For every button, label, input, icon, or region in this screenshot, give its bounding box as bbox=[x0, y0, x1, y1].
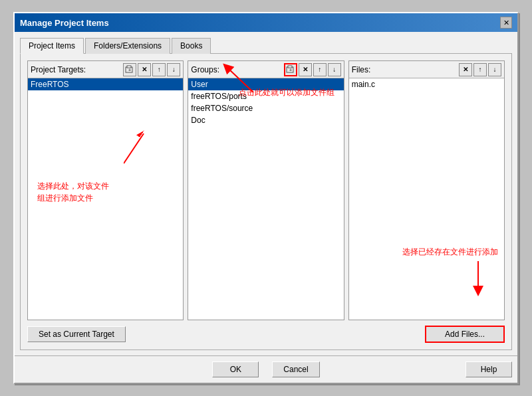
files-delete-button[interactable]: ✕ bbox=[459, 63, 472, 76]
targets-delete-button[interactable]: ✕ bbox=[138, 63, 151, 76]
tab-strip: Project Items Folders/Extensions Books bbox=[20, 37, 512, 53]
groups-new-button[interactable]: + bbox=[284, 63, 297, 76]
targets-header: Project Targets: + ✕ ↑ ↓ bbox=[28, 61, 183, 78]
files-up-button[interactable]: ↑ bbox=[473, 63, 487, 76]
targets-down-button[interactable]: ↓ bbox=[167, 63, 180, 76]
window-body: Project Items Folders/Extensions Books P… bbox=[15, 32, 517, 355]
project-targets-panel: Project Targets: + ✕ ↑ ↓ bbox=[27, 60, 184, 320]
ok-button[interactable]: OK bbox=[212, 361, 259, 377]
groups-header: Groups: + ✕ ↑ ↓ bbox=[188, 61, 343, 78]
tab-books[interactable]: Books bbox=[172, 38, 211, 54]
list-item[interactable]: Doc bbox=[188, 114, 343, 126]
list-item[interactable]: User bbox=[188, 78, 343, 90]
svg-text:+: + bbox=[289, 68, 292, 72]
set-current-target-button[interactable]: Set as Current Target bbox=[27, 326, 126, 342]
groups-delete-button[interactable]: ✕ bbox=[299, 63, 312, 76]
main-window: Manage Project Items ✕ Project Items Fol… bbox=[13, 12, 519, 384]
files-label: Files: bbox=[352, 65, 458, 74]
targets-up-button[interactable]: ↑ bbox=[152, 63, 166, 76]
cancel-button[interactable]: Cancel bbox=[272, 361, 319, 377]
groups-list[interactable]: User freeRTOS/ports freeRTOS/source Doc bbox=[188, 78, 343, 320]
targets-list[interactable]: FreeRTOS bbox=[28, 78, 183, 320]
help-button[interactable]: Help bbox=[466, 361, 512, 377]
list-item[interactable]: main.c bbox=[349, 78, 504, 90]
panels-row: Project Targets: + ✕ ↑ ↓ bbox=[27, 60, 505, 320]
groups-up-button[interactable]: ↑ bbox=[313, 63, 327, 76]
targets-label: Project Targets: bbox=[31, 65, 122, 74]
tab-project-items[interactable]: Project Items bbox=[20, 38, 84, 54]
list-item[interactable]: FreeRTOS bbox=[28, 78, 183, 90]
tab-content: Project Targets: + ✕ ↑ ↓ bbox=[20, 53, 512, 350]
groups-label: Groups: bbox=[191, 65, 282, 74]
files-list[interactable]: main.c bbox=[349, 78, 504, 320]
add-files-button[interactable]: Add Files... bbox=[425, 326, 505, 343]
bottom-area: Set as Current Target Add Files... bbox=[27, 326, 505, 343]
svg-text:+: + bbox=[128, 68, 131, 72]
title-bar: Manage Project Items ✕ bbox=[15, 13, 517, 32]
list-item[interactable]: freeRTOS/ports bbox=[188, 90, 343, 102]
list-item[interactable]: freeRTOS/source bbox=[188, 102, 343, 114]
groups-down-button[interactable]: ↓ bbox=[328, 63, 341, 76]
files-header: Files: ✕ ↑ ↓ bbox=[349, 61, 504, 78]
window-title: Manage Project Items bbox=[20, 18, 109, 28]
close-button[interactable]: ✕ bbox=[500, 17, 512, 29]
groups-panel: Groups: + ✕ ↑ ↓ bbox=[188, 60, 344, 320]
tab-folders-extensions[interactable]: Folders/Extensions bbox=[85, 38, 170, 54]
files-panel: Files: ✕ ↑ ↓ main.c bbox=[348, 60, 505, 320]
footer: OK Cancel Help bbox=[15, 355, 517, 383]
targets-new-button[interactable]: + bbox=[123, 63, 136, 76]
files-down-button[interactable]: ↓ bbox=[488, 63, 501, 76]
